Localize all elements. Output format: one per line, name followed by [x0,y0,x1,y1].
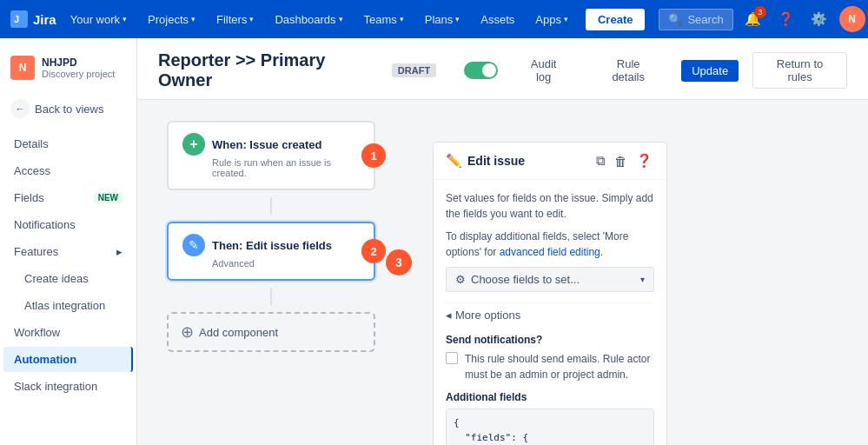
app-layout: N NHJPD Discovery project ← Back to view… [0,38,868,445]
your-work-menu[interactable]: Your work▾ [63,10,134,30]
notifications-button[interactable]: 🔔 3 [740,6,766,32]
search-bar[interactable]: 🔍 Search [659,9,732,30]
sidebar-item-notifications[interactable]: Notifications [3,212,133,237]
settings-button[interactable]: ⚙️ [806,6,832,32]
add-component-button[interactable]: ⊕ Add component [167,312,375,352]
sidebar: N NHJPD Discovery project ← Back to view… [0,38,137,445]
choose-fields-button[interactable]: ⚙ Choose fields to set... ▾ [446,267,654,292]
chevron-left-icon: ◂ [446,309,452,322]
step2-icon: ✎ [182,234,205,256]
panel-description1: Set values for fields on the issue. Simp… [446,190,654,222]
chevron-down-icon: ▾ [640,275,645,284]
update-button[interactable]: Update [681,60,739,82]
checkbox-label: This rule should send emails. Rule actor… [465,351,654,382]
projects-menu[interactable]: Projects▾ [141,10,202,30]
right-panel-header: ✏️ Edit issue ⧉ 🗑 ❓ [434,143,666,180]
sidebar-item-atlas-integration[interactable]: Atlas integration [3,293,133,318]
step1-header: + When: Issue created [182,133,360,156]
help-panel-button[interactable]: ❓ [634,151,654,170]
dashboards-menu[interactable]: Dashboards▾ [268,10,349,30]
edit-pencil-icon: ✏️ [446,153,462,169]
top-navigation: J Jira Your work▾ Projects▾ Filters▾ Das… [0,0,868,38]
logo[interactable]: J Jira [10,10,56,28]
add-component-label: Add component [199,326,278,339]
more-options-label: ◂ More options [446,309,520,322]
nav-icons: 🔔 3 ❓ ⚙️ N [740,6,865,32]
checkbox-row: This rule should send emails. Rule actor… [446,351,654,382]
additional-fields-textarea[interactable]: { "fields": { "customfield_10383": [{ "a… [446,408,654,445]
flow-area: + When: Issue created Rule is run when a… [137,100,868,445]
apps-menu[interactable]: Apps▾ [528,10,575,30]
plans-menu[interactable]: Plans▾ [418,10,467,30]
project-header: N NHJPD Discovery project [0,49,136,87]
notifications-section: Send notifications? This rule should sen… [446,334,654,382]
step1-badge: 1 [361,143,386,168]
step1-card[interactable]: + When: Issue created Rule is run when a… [167,121,375,190]
step2-badge: 2 [361,239,386,263]
project-type: Discovery project [42,69,115,79]
right-panel-title-row: ✏️ Edit issue [446,153,525,169]
send-notifications-label: Send notifications? [446,334,654,346]
sidebar-item-create-ideas[interactable]: Create ideas [3,266,133,291]
back-to-views-link[interactable]: ← Back to views [0,94,136,123]
right-panel-body: Set values for fields on the issue. Simp… [434,180,666,445]
step3-area: 3 [386,249,412,445]
sidebar-item-slack-integration[interactable]: Slack integration [3,374,133,399]
choose-fields-label: Choose fields to set... [471,273,580,286]
avatar[interactable]: N [839,6,865,32]
draft-badge: DRAFT [392,63,436,77]
sidebar-item-access[interactable]: Access [3,158,133,183]
sidebar-item-fields[interactable]: Fields NEW [3,185,133,210]
search-placeholder: Search [687,13,723,26]
copy-panel-button[interactable]: ⧉ [594,151,607,170]
project-icon: N [10,56,35,80]
sidebar-item-automation[interactable]: Automation [3,347,133,372]
right-panel: ✏️ Edit issue ⧉ 🗑 ❓ Set values for field… [433,142,667,445]
step3-badge: 3 [386,249,412,276]
flow-connector-1 [270,197,272,215]
project-name: NHJPD [42,56,115,69]
panel-description2: To display additional fields, select 'Mo… [446,229,654,260]
right-panel-title: Edit issue [467,154,525,168]
right-panel-actions: ⧉ 🗑 ❓ [594,151,654,170]
svg-text:J: J [14,14,19,24]
send-emails-checkbox[interactable] [446,352,458,364]
step2-title: Then: Edit issue fields [212,239,332,252]
sidebar-item-features[interactable]: Features ▸ [3,239,133,264]
more-options-row[interactable]: ◂ More options [446,302,654,327]
flow-column: + When: Issue created Rule is run when a… [158,121,384,445]
search-icon: 🔍 [668,13,682,26]
project-info: NHJPD Discovery project [42,56,115,79]
return-to-rules-button[interactable]: Return to rules [752,52,847,89]
add-plus-icon: ⊕ [181,322,194,342]
delete-panel-button[interactable]: 🗑 [613,151,629,170]
expand-icon: ▸ [116,245,123,258]
page-header: Reporter >> Primary Owner DRAFT Audit lo… [137,38,868,100]
flow-connector-2 [270,288,272,305]
help-button[interactable]: ❓ [773,6,799,32]
step2-card[interactable]: ✎ Then: Edit issue fields Advanced 2 [167,222,375,281]
audit-log-button[interactable]: Audit log [512,53,575,88]
rule-details-button[interactable]: Rule details [589,53,667,88]
new-badge: NEW [94,192,123,203]
filters-menu[interactable]: Filters▾ [209,10,261,30]
page-title: Reporter >> Primary Owner [158,50,378,90]
step1-title: When: Issue created [212,138,321,151]
additional-fields-label: Additional fields [446,391,654,403]
step2-header: ✎ Then: Edit issue fields [182,234,360,256]
notification-badge: 3 [754,6,766,18]
create-button[interactable]: Create [586,9,645,30]
step2-subtitle: Advanced [212,258,360,269]
rule-toggle[interactable] [464,62,498,79]
main-content: Reporter >> Primary Owner DRAFT Audit lo… [137,38,868,445]
logo-text: Jira [33,12,56,27]
teams-menu[interactable]: Teams▾ [357,10,411,30]
sidebar-item-workflow[interactable]: Workflow [3,320,133,345]
assets-menu[interactable]: Assets [474,10,521,30]
step1-icon: + [182,133,205,156]
step1-subtitle: Rule is run when an issue is created. [212,157,360,178]
sidebar-item-details[interactable]: Details [3,131,133,156]
advanced-field-editing-link[interactable]: advanced field editing [500,246,600,258]
back-icon: ← [10,99,30,118]
gear-icon: ⚙ [455,273,466,286]
